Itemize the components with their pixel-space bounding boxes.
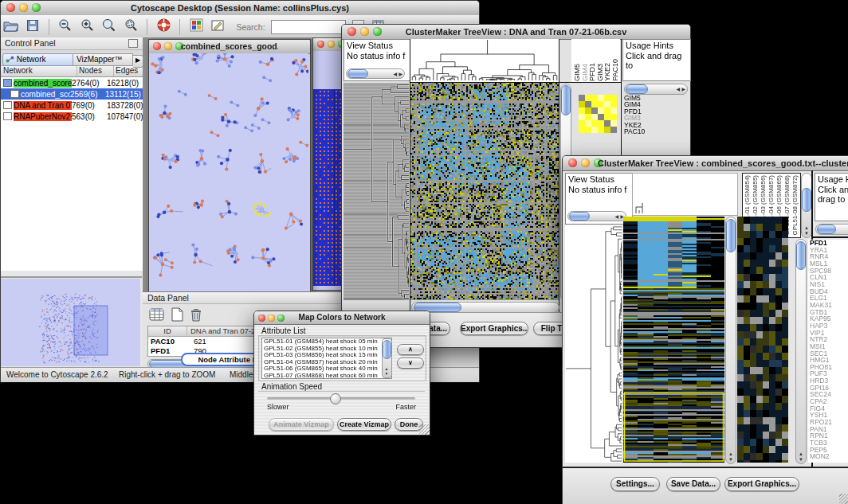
- scroll-left-icon[interactable]: ◀: [393, 72, 397, 76]
- tv1-column-label[interactable]: PFD1: [588, 63, 596, 81]
- tv2-column-dendrogram-area[interactable]: [632, 173, 738, 216]
- create-vizmap-button[interactable]: Create Vizmap: [337, 418, 391, 431]
- dialog-titlebar[interactable]: Map Colors to Network: [254, 311, 430, 325]
- tv1-export-graphics-button[interactable]: Export Graphics...: [460, 322, 528, 335]
- close-button[interactable]: [317, 41, 324, 48]
- tv2-column-labels-vscrollbar[interactable]: ▲ ▼: [801, 173, 812, 238]
- zoom-button[interactable]: [277, 315, 285, 322]
- tv2-zoom-view[interactable]: [737, 217, 788, 463]
- birdseye-view-canvas[interactable]: [1, 279, 140, 366]
- resize-grip[interactable]: [839, 494, 848, 504]
- toolbar-separator: [49, 19, 49, 35]
- zoom-in-icon[interactable]: [80, 18, 94, 35]
- minimize-button[interactable]: [581, 158, 590, 167]
- scroll-left-icon[interactable]: ◀: [676, 87, 680, 92]
- tv2-heatmap[interactable]: [623, 217, 724, 463]
- tv1-column-label[interactable]: PAC10: [611, 59, 619, 81]
- annotation-icon[interactable]: [211, 19, 226, 35]
- tv1-column-dendrogram[interactable]: [410, 39, 559, 82]
- tv2-heatmap-vscrollbar[interactable]: ▲ ▼: [725, 217, 736, 464]
- col-header-edges[interactable]: Edges: [114, 66, 143, 76]
- close-button[interactable]: [568, 158, 577, 167]
- minimize-button[interactable]: [19, 3, 28, 12]
- col-header-nodes[interactable]: Nodes: [77, 66, 114, 76]
- move-down-button[interactable]: ∨: [397, 357, 424, 369]
- animate-v izmap-button[interactable]: Animate Vizmap: [269, 418, 334, 431]
- network-list-row[interactable]: combined_scores2764(0)16218(0): [1, 77, 143, 88]
- tv2-save-data-button[interactable]: Save Data...: [666, 477, 720, 491]
- delete-attribute-trash-icon[interactable]: [189, 307, 203, 325]
- float-panel-icon[interactable]: [128, 39, 138, 48]
- search-label: Search:: [236, 22, 265, 32]
- scroll-down-icon[interactable]: ▼: [385, 371, 389, 376]
- speed-slider-track[interactable]: [267, 397, 415, 400]
- scroll-up-icon[interactable]: ▲: [799, 451, 803, 456]
- network-canvas-1[interactable]: [149, 53, 308, 292]
- table-view-icon[interactable]: [149, 307, 165, 325]
- dialog-title: Map Colors to Network: [286, 313, 398, 322]
- tv2-row-dendrogram[interactable]: [565, 225, 622, 463]
- col-header-network[interactable]: Network: [1, 66, 77, 76]
- scroll-right-icon[interactable]: ▶: [681, 87, 685, 92]
- network-window-1-titlebar[interactable]: combined_scores_good.txt--cluste...: [149, 40, 310, 54]
- tv2-export-graphics-button[interactable]: Export Graphics...: [724, 477, 799, 491]
- treeview1-titlebar[interactable]: ClusterMaker TreeView : DNA and Tran 07-…: [342, 25, 690, 40]
- tv1-column-label[interactable]: GIM5: [573, 64, 581, 81]
- tv1-heatmap[interactable]: [410, 83, 559, 300]
- tv1-global-mini-heatmap[interactable]: [579, 95, 617, 133]
- close-button[interactable]: [258, 315, 265, 322]
- resize-grip[interactable]: [419, 424, 430, 435]
- minimize-button[interactable]: [164, 42, 172, 50]
- help-lifering-icon[interactable]: [157, 18, 171, 35]
- close-button[interactable]: [153, 42, 161, 50]
- tv2-settings-button[interactable]: Settings...: [610, 477, 660, 491]
- plugin-icon[interactable]: [190, 18, 203, 35]
- zoom-selected-icon[interactable]: [102, 18, 116, 35]
- close-button[interactable]: [347, 27, 356, 36]
- scroll-down-icon[interactable]: ▼: [804, 231, 809, 236]
- minimize-button[interactable]: [328, 41, 335, 48]
- tv2-view-status-hscrollbar[interactable]: ◀ ▶: [567, 211, 626, 221]
- tv2-gene-list-vscrollbar[interactable]: ▲ ▼: [795, 239, 807, 464]
- attr-col-id[interactable]: ID: [148, 326, 187, 336]
- zoom-fit-icon[interactable]: [124, 18, 138, 35]
- tv2-column-label[interactable]: GPL51-08 (GSM872): [791, 175, 799, 236]
- close-button[interactable]: [6, 3, 15, 12]
- move-up-button[interactable]: ∧: [397, 344, 424, 355]
- network-list-row[interactable]: DNA and Tran 07769(0)183728(0): [1, 100, 143, 111]
- tv1-usage-hints-hscrollbar[interactable]: ◀ ▶: [624, 84, 688, 95]
- tv1-column-label[interactable]: YKE2: [603, 63, 611, 81]
- treeview2-titlebar[interactable]: ClusterMaker TreeView : combined_scores_…: [563, 156, 848, 171]
- network-list-row[interactable]: combined_sco2569(6)13112(15): [1, 88, 143, 100]
- tv1-row-dendrogram[interactable]: [344, 83, 409, 300]
- attribute-list-item[interactable]: GPL51-07 (GSM868) heat shock 60 min: [262, 373, 391, 379]
- attribute-list-vscrollbar[interactable]: ▲ ▼: [382, 338, 392, 378]
- search-input[interactable]: [271, 20, 346, 34]
- gene-label[interactable]: MON2: [810, 453, 848, 460]
- tv1-row-label[interactable]: PAC10: [624, 128, 686, 135]
- scroll-up-icon[interactable]: ▲: [804, 225, 809, 230]
- tv1-row-labels: GIM5GIM4PFD1GIM3YKE2PAC10: [624, 95, 686, 135]
- tv1-view-status-hscrollbar[interactable]: ◀ ▶: [346, 68, 405, 79]
- save-icon[interactable]: [26, 19, 39, 35]
- minimize-button[interactable]: [268, 315, 275, 322]
- network-nodes-count: 2764(0): [72, 79, 107, 88]
- zoom-out-icon[interactable]: [58, 18, 72, 35]
- scroll-down-icon[interactable]: ▼: [799, 457, 803, 462]
- tv1-usage-hints-title: Usage Hints: [626, 41, 690, 51]
- scroll-left-icon[interactable]: ◀: [614, 214, 618, 219]
- status-zoom-hint: Right-click + drag to ZOOM: [119, 370, 215, 379]
- tab-network[interactable]: Network: [2, 53, 73, 66]
- scroll-right-icon[interactable]: ▶: [398, 72, 402, 76]
- tab-vizmapper[interactable]: VizMapper™: [73, 53, 133, 66]
- minimize-button[interactable]: [360, 27, 369, 36]
- scroll-down-icon[interactable]: ▼: [728, 457, 733, 462]
- tv2-usage-hints-hscrollbar[interactable]: [815, 224, 848, 235]
- cytoscape-titlebar[interactable]: Cytoscape Desktop (Session Name: collins…: [1, 1, 479, 16]
- network-list-row[interactable]: RNAPuberNov2+l563(0)107847(0): [1, 111, 143, 122]
- scroll-up-icon[interactable]: ▲: [728, 451, 733, 456]
- speed-slider-thumb[interactable]: [330, 393, 341, 404]
- tv1-heatmap-hscrollbar[interactable]: [411, 302, 559, 313]
- new-attribute-icon[interactable]: [170, 307, 184, 325]
- open-file-icon[interactable]: [3, 19, 18, 35]
